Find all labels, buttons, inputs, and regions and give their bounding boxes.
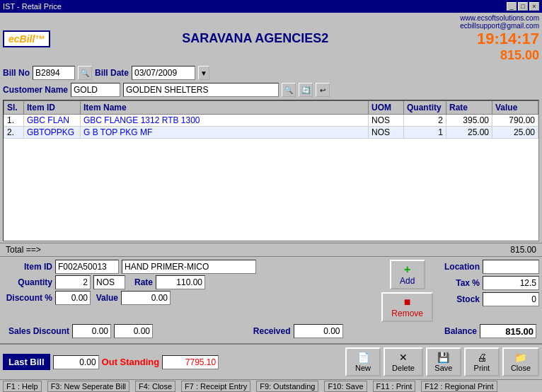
item-id-label: Item ID (3, 262, 52, 272)
stock-input[interactable] (483, 292, 539, 306)
logo-ec: ec (8, 33, 20, 45)
col-value: Value (492, 101, 538, 115)
table-row[interactable]: 2. GBTOPPKG G B TOP PKG MF NOS 1 25.00 2… (4, 127, 538, 139)
bottom-bar: Last Bill Out Standing 📄 New ✕ Delete 💾 … (0, 343, 542, 379)
new-button[interactable]: 📄 New (345, 347, 381, 376)
delete-icon: ✕ (399, 352, 408, 363)
cell-uom: NOS (369, 115, 404, 127)
bill-date-label: Bill Date (95, 68, 129, 78)
sales-discount-input2[interactable] (114, 324, 153, 338)
sales-discount-row: Sales Discount (6, 324, 153, 338)
amount-display: 815.00 (460, 48, 539, 63)
bill-no-input[interactable] (33, 66, 75, 80)
close-window-button[interactable]: × (529, 2, 539, 11)
delete-button[interactable]: ✕ Delete (384, 347, 423, 376)
stock-label: Stock (437, 294, 480, 304)
location-row: Location (437, 260, 539, 274)
item-id-name-input[interactable] (122, 260, 256, 274)
print-button[interactable]: 🖨 Print (464, 347, 500, 376)
print-label: Print (474, 364, 490, 372)
value-input[interactable] (121, 291, 171, 305)
tax-row: Tax % (437, 276, 539, 290)
location-label: Location (437, 262, 480, 272)
items-table: Sl. Item ID Item Name UOM Quantity Rate … (4, 100, 538, 139)
customer-code-input[interactable] (71, 83, 120, 97)
maximize-button[interactable]: □ (518, 2, 528, 11)
sales-discount-input1[interactable] (72, 324, 111, 338)
input-section: Item ID Quantity Rate Discount % Value (0, 256, 542, 341)
status-bar: F1 : Help F3: New Seperate Bill F4: Clos… (0, 379, 542, 392)
discount-label: Discount % (3, 293, 52, 303)
balance-input[interactable] (480, 324, 536, 338)
bill-date-input[interactable] (132, 66, 195, 80)
quantity-row: Quantity Rate (3, 275, 377, 289)
table-row[interactable]: 1. GBC FLAN GBC FLANGE 1312 RTB 1300 NOS… (4, 115, 538, 127)
col-rate: Rate (446, 101, 492, 115)
customer-name-input[interactable] (123, 83, 279, 97)
outstanding-value[interactable] (162, 355, 219, 369)
add-icon: + (404, 263, 410, 276)
customer-btn2[interactable]: 🔄 (299, 83, 313, 97)
app-title: SARAVANA AGENCIES2 (57, 31, 453, 46)
status-f9[interactable]: F9: Outstanding (256, 381, 318, 392)
balance-label: Balance (434, 326, 477, 336)
minimize-button[interactable]: _ (507, 2, 517, 11)
rate-input[interactable] (156, 275, 205, 289)
cell-rate: 395.00 (446, 115, 492, 127)
total-bar: Total ==> 815.00 (0, 243, 542, 256)
uom-input[interactable] (93, 275, 125, 289)
customer-name-label: Customer Name (3, 85, 68, 95)
sales-discount-label: Sales Discount (6, 326, 69, 336)
last-bill-label: Last Bill (3, 354, 50, 370)
status-f12[interactable]: F12 : Regional Print (421, 381, 497, 392)
status-f7[interactable]: F7 : Receipt Entry (181, 381, 250, 392)
last-bill-value[interactable] (53, 355, 99, 369)
total-label: Total ==> (6, 245, 41, 255)
last-bill-section: Last Bill Out Standing (3, 354, 219, 370)
col-item-id: Item ID (24, 101, 81, 115)
right-section: Location Tax % Stock (437, 260, 539, 322)
new-icon: 📄 (357, 352, 369, 363)
cell-value: 790.00 (492, 115, 538, 127)
cell-item-id: GBC FLAN (24, 115, 81, 127)
customer-btn3[interactable]: ↩ (316, 83, 330, 97)
remove-label: Remove (391, 309, 423, 318)
action-buttons: 📄 New ✕ Delete 💾 Save 🖨 Print 📁 Close (345, 347, 539, 376)
close-button[interactable]: 📁 Close (502, 347, 539, 376)
status-f3[interactable]: F3: New Seperate Bill (47, 381, 129, 392)
rate-label: Rate (128, 277, 153, 287)
item-id-row: Item ID (3, 260, 377, 274)
item-id-code-input[interactable] (55, 260, 119, 274)
print-icon: 🖨 (477, 352, 487, 363)
cell-item-name: G B TOP PKG MF (81, 127, 369, 139)
quantity-input[interactable] (55, 275, 91, 289)
remove-icon: ■ (404, 296, 411, 309)
status-f4[interactable]: F4: Close (135, 381, 175, 392)
status-f11[interactable]: F11 : Print (373, 381, 416, 392)
status-f1[interactable]: F1 : Help (3, 381, 42, 392)
title-bar: IST - Retail Price _ □ × (0, 0, 542, 13)
right-header: www.ecsoftsolutions.com ecbillsupport@gm… (460, 14, 539, 63)
logo-bill: Bill™ (20, 33, 45, 45)
save-label: Save (434, 364, 452, 372)
new-label: New (355, 364, 371, 372)
customer-search-button[interactable]: 🔍 (282, 83, 296, 97)
remove-button[interactable]: ■ Remove (381, 292, 433, 322)
add-remove-section: + Add ■ Remove (381, 260, 433, 322)
total-value: 815.00 (510, 245, 536, 255)
website: www.ecsoftsolutions.com (460, 14, 539, 22)
cell-quantity: 2 (404, 115, 446, 127)
col-quantity: Quantity (404, 101, 446, 115)
discount-input[interactable] (55, 291, 91, 305)
bill-search-button[interactable]: 🔍 (78, 66, 92, 80)
location-input[interactable] (483, 260, 539, 274)
cell-value: 25.00 (492, 127, 538, 139)
date-dropdown-arrow[interactable]: ▼ (198, 66, 209, 80)
tax-pct-input[interactable] (483, 276, 539, 290)
save-button[interactable]: 💾 Save (426, 347, 461, 376)
add-button[interactable]: + Add (390, 260, 425, 289)
received-input[interactable] (294, 324, 343, 338)
status-f10[interactable]: F10: Save (324, 381, 367, 392)
customer-name-row: Customer Name 🔍 🔄 ↩ (0, 81, 542, 98)
cell-rate: 25.00 (446, 127, 492, 139)
